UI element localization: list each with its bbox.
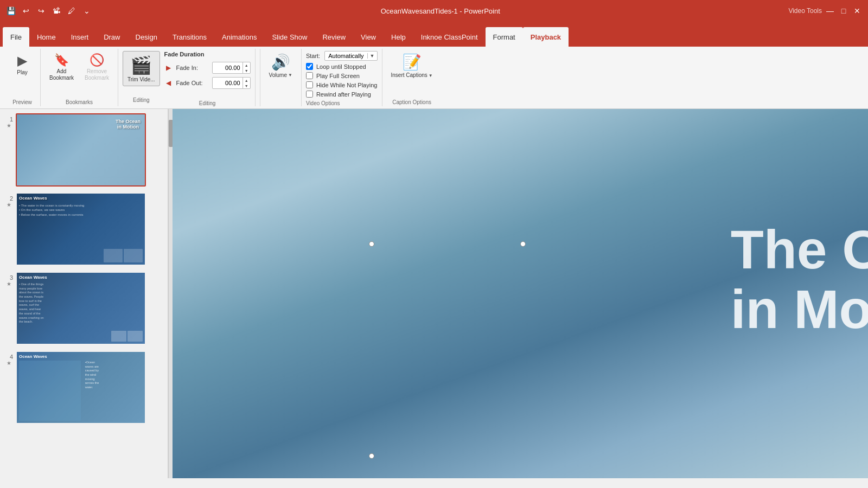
main-area: 1 ★ The Oceanin Motion 2 ★ — [0, 109, 868, 478]
tab-playback[interactable]: Playback — [523, 27, 569, 47]
more-icon[interactable]: ⌄ — [81, 5, 92, 16]
fade-duration-title: Fade Duration — [164, 49, 251, 57]
tab-home[interactable]: Home — [29, 27, 63, 47]
video-options-content: Start: Automatically ▼ Loop until Stoppe… — [306, 49, 378, 100]
slide-star-3: ★ — [7, 281, 11, 287]
pen-icon[interactable]: 🖊 — [66, 5, 77, 16]
tab-file[interactable]: File — [3, 27, 29, 47]
fullscreen-label: Play Full Screen — [316, 73, 360, 79]
tab-insert[interactable]: Insert — [63, 27, 97, 47]
slide-num-wrap-1: 1 ★ — [4, 113, 13, 129]
fade-in-spinners: ▲ ▼ — [242, 62, 250, 73]
trim-video-icon: 🎬 — [130, 55, 152, 75]
preview-group-label: Preview — [12, 99, 32, 106]
trim-video-button[interactable]: 🎬 Trim Vide... — [123, 51, 160, 86]
fade-out-label: Fade Out: — [176, 80, 209, 86]
hide-checkbox[interactable] — [306, 81, 313, 88]
insert-captions-label: Insert Captions — [391, 72, 427, 79]
tab-animations[interactable]: Animations — [214, 27, 264, 47]
tab-help[interactable]: Help — [384, 27, 413, 47]
fade-duration-group: Fade Duration ▶ Fade In: ▲ ▼ ◀ Fade Out: — [160, 49, 256, 106]
play-button[interactable]: ▶ Play — [9, 51, 36, 78]
start-dropdown-icon[interactable]: ▼ — [367, 53, 377, 59]
tab-design[interactable]: Design — [128, 27, 165, 47]
start-row: Start: Automatically ▼ — [306, 51, 378, 61]
slide-number-3: 3 — [4, 272, 13, 281]
ribbon-group-caption-options: 📝 Insert Captions ▼ Caption Options — [382, 49, 442, 106]
slide-star-1: ★ — [7, 123, 11, 129]
minimize-icon[interactable]: — — [825, 5, 835, 16]
hide-label: Hide While Not Playing — [316, 82, 378, 88]
play-label: Play — [17, 69, 27, 76]
tab-draw[interactable]: Draw — [96, 27, 127, 47]
loop-row: Loop until Stopped — [306, 63, 378, 70]
canvas-title-line1: The O — [731, 220, 868, 279]
canvas-title-line2: in Mo — [731, 279, 868, 339]
slide-item-1[interactable]: 1 ★ The Oceanin Motion — [3, 112, 165, 188]
volume-label: Volume — [269, 72, 287, 78]
slide-number-1: 1 — [4, 113, 13, 123]
fade-out-up[interactable]: ▲ — [242, 78, 250, 83]
redo-icon[interactable]: ↪ — [36, 5, 47, 16]
selection-handle-tl[interactable] — [369, 241, 374, 247]
fade-out-input[interactable] — [213, 79, 242, 87]
slide-panel: 1 ★ The Oceanin Motion 2 ★ — [0, 109, 168, 478]
slide-num-wrap-3: 3 ★ — [4, 272, 13, 287]
tab-inknoe[interactable]: Inknoe ClassPoint — [413, 27, 486, 47]
slide-item-4[interactable]: 4 ★ Ocean Waves •Oceanwaves arecaused by… — [3, 349, 165, 426]
slide-num-wrap-4: 4 ★ — [4, 351, 13, 366]
selection-handle-tc[interactable] — [520, 241, 526, 247]
slide-item-2[interactable]: 2 ★ Ocean Waves • The water in the ocean… — [3, 191, 165, 267]
fade-in-icon: ▶ — [164, 63, 173, 72]
fade-in-input[interactable] — [213, 63, 242, 72]
undo-icon[interactable]: ↩ — [21, 5, 31, 16]
fade-editing-label: Editing — [164, 100, 251, 106]
add-bookmark-label: AddBookmark — [49, 68, 74, 81]
volume-content: 🔊 Volume ▼ — [265, 49, 297, 105]
caption-group-label: Caption Options — [392, 99, 431, 106]
add-bookmark-icon: 🔖 — [54, 53, 69, 67]
rewind-row: Rewind after Playing — [306, 91, 378, 98]
tab-review[interactable]: Review — [315, 27, 353, 47]
tab-format[interactable]: Format — [486, 27, 523, 47]
tab-transitions[interactable]: Transitions — [165, 27, 214, 47]
volume-button[interactable]: 🔊 Volume ▼ — [265, 51, 297, 80]
fade-in-up[interactable]: ▲ — [242, 62, 250, 68]
loop-checkbox[interactable] — [306, 63, 313, 70]
start-label: Start: — [306, 53, 320, 59]
add-bookmark-button[interactable]: 🔖 AddBookmark — [45, 51, 78, 84]
play-icon: ▶ — [17, 53, 27, 68]
fade-in-down[interactable]: ▼ — [242, 68, 250, 73]
fullscreen-checkbox[interactable] — [306, 72, 313, 79]
fade-out-down[interactable]: ▼ — [242, 83, 250, 88]
slide-number-4: 4 — [4, 351, 13, 360]
remove-bookmark-label: RemoveBookmark — [85, 68, 109, 81]
slide-star-2: ★ — [7, 202, 11, 208]
slide-thumb-4: Ocean Waves •Oceanwaves arecaused bythe … — [16, 351, 146, 424]
title-bar: 💾 ↩ ↪ 📽 🖊 ⌄ OceanWavesandTides-1 - Power… — [0, 0, 868, 22]
titlebar-right: Video Tools — □ ✕ — [788, 5, 863, 16]
loop-label: Loop until Stopped — [316, 63, 366, 70]
start-value: Automatically — [325, 52, 367, 60]
slide-number-2: 2 — [4, 192, 13, 202]
tab-view[interactable]: View — [353, 27, 384, 47]
preview-content: ▶ Play — [9, 49, 36, 99]
remove-bookmark-button[interactable]: 🚫 RemoveBookmark — [80, 51, 113, 84]
start-select-wrap[interactable]: Automatically ▼ — [324, 51, 377, 61]
slide-item-3[interactable]: 3 ★ Ocean Waves • One of the thingsmany … — [3, 270, 165, 346]
slide-panel-wrapper: 1 ★ The Oceanin Motion 2 ★ — [0, 109, 173, 478]
present-icon[interactable]: 📽 — [51, 5, 62, 16]
fade-out-row: ◀ Fade Out: ▲ ▼ — [164, 77, 251, 89]
selection-handle-bl[interactable] — [369, 453, 374, 459]
slide-scrollbar[interactable] — [168, 109, 173, 478]
rewind-checkbox[interactable] — [306, 91, 313, 98]
close-icon[interactable]: ✕ — [852, 5, 863, 16]
insert-captions-button[interactable]: 📝 Insert Captions ▼ — [387, 51, 437, 81]
save-icon[interactable]: 💾 — [5, 5, 16, 16]
maximize-icon[interactable]: □ — [838, 5, 849, 16]
canvas-slide-title: The O in Mo — [731, 220, 868, 339]
fade-in-row: ▶ Fade In: ▲ ▼ — [164, 62, 251, 74]
insert-captions-icon: 📝 — [403, 53, 422, 71]
tab-slideshow[interactable]: Slide Show — [264, 27, 315, 47]
video-options-group-label: Video Options — [306, 100, 340, 106]
